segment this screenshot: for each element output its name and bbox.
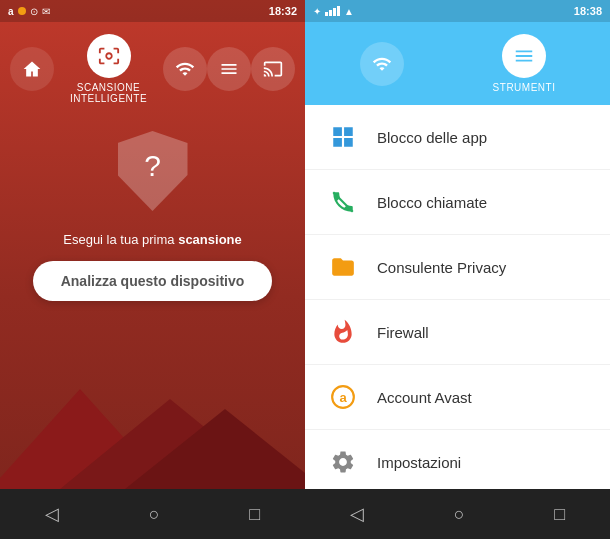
left-panel: a ⊙ ✉ 18:32 SCANSIONE INTELLIGENTE (0, 0, 305, 539)
back-button-left[interactable]: ◁ (29, 495, 75, 533)
shazam-icon: ⊙ (30, 6, 38, 17)
firewall-icon (325, 314, 361, 350)
tool-item-blocco-app[interactable]: Blocco delle app (305, 105, 610, 170)
account-avast-icon: a (325, 379, 361, 415)
status-icons-right: ✦ ▲ (313, 6, 354, 17)
blocco-chiamate-label: Blocco chiamate (377, 194, 487, 211)
message-icon: ✉ (42, 6, 50, 17)
tools-label: STRUMENTI (493, 82, 556, 93)
firewall-label: Firewall (377, 324, 429, 341)
nav-item-wifi-right[interactable] (360, 42, 404, 86)
consulente-privacy-icon (325, 249, 361, 285)
back-button-right[interactable]: ◁ (334, 495, 380, 533)
bottom-nav-right: ◁ ○ □ (305, 489, 610, 539)
tool-item-firewall[interactable]: Firewall (305, 300, 610, 365)
menu-icon[interactable] (207, 47, 251, 91)
status-time-right: 18:38 (574, 5, 602, 17)
tool-item-impostazioni[interactable]: Impostazioni (305, 430, 610, 494)
bt-icon: ✦ (313, 6, 321, 17)
blocco-app-icon (325, 119, 361, 155)
nav-item-smart-scan[interactable]: SCANSIONE INTELLIGENTE (54, 34, 163, 104)
status-icons-left: a ⊙ ✉ (8, 6, 50, 17)
cast-icon[interactable] (251, 47, 295, 91)
app-icon-a: a (8, 6, 14, 17)
nav-item-tools[interactable]: STRUMENTI (493, 34, 556, 93)
nav-item-home[interactable] (10, 47, 54, 91)
recents-button-right[interactable]: □ (538, 496, 581, 533)
tool-item-blocco-chiamate[interactable]: Blocco chiamate (305, 170, 610, 235)
wifi-icon[interactable] (163, 47, 207, 91)
wifi-icon-right[interactable] (360, 42, 404, 86)
home-button-left[interactable]: ○ (133, 496, 176, 533)
tools-list: Blocco delle app Blocco chiamate Consule… (305, 105, 610, 539)
scan-prompt: Esegui la tua prima scansione (63, 232, 242, 247)
top-nav-right: STRUMENTI (305, 22, 610, 105)
tool-item-account-avast[interactable]: a Account Avast (305, 365, 610, 430)
smart-scan-label: SCANSIONE INTELLIGENTE (54, 82, 163, 104)
shield-container: ? (113, 126, 193, 216)
bottom-nav-left: ◁ ○ □ (0, 489, 305, 539)
scan-button[interactable]: Analizza questo dispositivo (33, 261, 273, 301)
network-icon: ▲ (344, 6, 354, 17)
shield-shape: ? (118, 131, 188, 211)
notification-dot (18, 7, 26, 15)
home-button-right[interactable]: ○ (438, 496, 481, 533)
nav-item-wifi[interactable] (163, 47, 207, 91)
account-avast-label: Account Avast (377, 389, 472, 406)
blocco-chiamate-icon (325, 184, 361, 220)
left-content: ? Esegui la tua prima scansione Analizza… (0, 116, 305, 539)
nav-item-menu[interactable] (207, 47, 251, 91)
status-bar-right: ✦ ▲ 18:38 (305, 0, 610, 22)
svg-text:a: a (339, 390, 347, 405)
tools-icon[interactable] (502, 34, 546, 78)
status-time-left: 18:32 (269, 5, 297, 17)
nav-item-cast[interactable] (251, 47, 295, 91)
recents-button-left[interactable]: □ (233, 496, 276, 533)
shield-question-icon: ? (144, 149, 161, 183)
home-icon[interactable] (10, 47, 54, 91)
signal-bars (325, 6, 340, 16)
impostazioni-label: Impostazioni (377, 454, 461, 471)
top-nav-left: SCANSIONE INTELLIGENTE (0, 22, 305, 116)
blocco-app-label: Blocco delle app (377, 129, 487, 146)
right-panel: ✦ ▲ 18:38 STRUMENT (305, 0, 610, 539)
consulente-privacy-label: Consulente Privacy (377, 259, 506, 276)
tool-item-consulente-privacy[interactable]: Consulente Privacy (305, 235, 610, 300)
impostazioni-icon (325, 444, 361, 480)
smart-scan-icon[interactable] (87, 34, 131, 78)
status-bar-left: a ⊙ ✉ 18:32 (0, 0, 305, 22)
